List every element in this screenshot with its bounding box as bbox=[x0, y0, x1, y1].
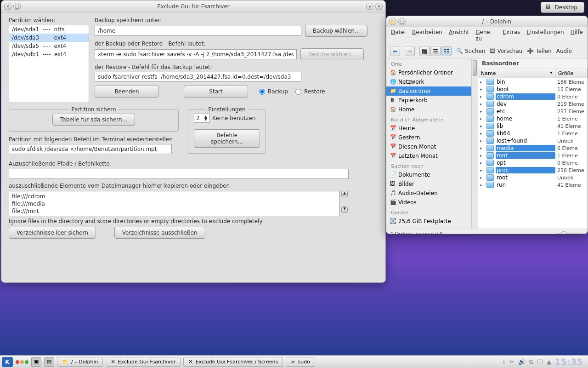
dolphin-pin-icon[interactable]: ◯ bbox=[398, 18, 406, 25]
backup-choose-button[interactable]: Backup wählen... bbox=[305, 25, 368, 37]
places-item[interactable]: 📅Heute bbox=[386, 124, 478, 133]
restore-terminal-input[interactable] bbox=[9, 144, 172, 154]
expand-icon[interactable]: ▸ bbox=[480, 153, 485, 158]
folder-row[interactable]: ▸proc258 Eleme bbox=[478, 167, 588, 174]
folder-row[interactable]: ▸boot15 Eleme bbox=[478, 86, 588, 93]
pin-icon[interactable]: ◯ bbox=[13, 3, 21, 10]
menu-ansicht[interactable]: Ansicht bbox=[449, 29, 469, 42]
share-toolbar-item[interactable]: ➕Teilen bbox=[527, 48, 551, 54]
folder-row[interactable]: ▸etc257 Eleme bbox=[478, 108, 588, 115]
forward-button[interactable]: ➡ bbox=[405, 46, 415, 56]
expand-icon[interactable]: ▸ bbox=[480, 87, 485, 92]
command-input[interactable] bbox=[95, 49, 297, 59]
partition-item[interactable]: /dev/sda1 ---- ntfs bbox=[9, 25, 89, 34]
expand-icon[interactable]: ▸ bbox=[480, 109, 485, 114]
expand-icon[interactable]: ▸ bbox=[480, 146, 485, 150]
search-toolbar-item[interactable]: 🔍Suchen bbox=[456, 48, 485, 54]
window-menu-icon[interactable]: ✕ bbox=[4, 3, 11, 10]
places-item[interactable]: 🏠Home bbox=[386, 105, 478, 114]
places-item[interactable]: 🗑Papierkorb bbox=[386, 96, 478, 105]
bluetooth-icon[interactable]: ᚼ bbox=[502, 358, 506, 365]
places-item[interactable]: 📄Dokumente bbox=[386, 170, 478, 179]
zoom-slider[interactable] bbox=[556, 233, 584, 235]
audio-toolbar-item[interactable]: Audio bbox=[556, 48, 572, 54]
cores-spinbox[interactable]: 2▲▼ bbox=[194, 114, 209, 123]
exclude-list-textarea[interactable]: file:///cdrom file:///media file:///mnt bbox=[9, 191, 339, 216]
terminal-launcher-icon[interactable]: ▣ bbox=[31, 357, 41, 367]
file-tree[interactable]: ▸bin186 Eleme▸boot15 Eleme▸cdrom0 Eleme▸… bbox=[478, 78, 588, 229]
places-item[interactable]: 📁Basisordner bbox=[386, 86, 478, 96]
icons-view-button[interactable]: ▦ bbox=[419, 46, 430, 56]
volume-icon[interactable]: 🔊 bbox=[518, 358, 526, 365]
expand-icon[interactable]: ▸ bbox=[480, 102, 485, 106]
taskbar-task[interactable]: ✕Exclude Gui Fsarchiver / Screens bbox=[183, 357, 283, 367]
folder-row[interactable]: ▸cdrom0 Eleme bbox=[478, 93, 588, 100]
exclude-dirs-button[interactable]: Verzeichnisse ausschließen bbox=[114, 227, 205, 239]
menu-extras[interactable]: Extras bbox=[503, 29, 520, 42]
places-item[interactable]: 🖼Bilder bbox=[386, 179, 478, 189]
places-item[interactable]: 📅Gestern bbox=[386, 133, 478, 142]
expand-icon[interactable]: ▸ bbox=[480, 131, 485, 136]
list-up-button[interactable]: ▲ bbox=[341, 191, 348, 197]
dolphin-titlebar[interactable]: 📁 ◯ / – Dolphin bbox=[386, 16, 588, 27]
column-headers[interactable]: Name▾ Größe bbox=[478, 69, 588, 78]
list-down-button[interactable]: ▼ bbox=[341, 207, 348, 213]
folder-row[interactable]: ▸rootUnbek bbox=[478, 174, 588, 181]
taskbar-task[interactable]: ✕Exclude Gui Fsarchiver bbox=[106, 357, 181, 367]
expand-icon[interactable]: ▸ bbox=[480, 80, 485, 84]
clock[interactable]: 15:35 bbox=[555, 357, 583, 367]
titlebar[interactable]: ✕ ◯ Exclude Gui für Fsarchiver ▾ ✕ bbox=[1, 0, 385, 12]
taskbar-task[interactable]: 📁/ – Dolphin bbox=[57, 357, 103, 367]
partition-item[interactable]: /dev/sda3 ---- ext4 bbox=[9, 34, 89, 42]
menu-einstellungen[interactable]: Einstellungen bbox=[526, 29, 564, 42]
folder-row[interactable]: ▸mnt1 Eleme bbox=[478, 152, 588, 159]
folder-row[interactable]: ▸lost+foundUnbek bbox=[478, 137, 588, 144]
expand-icon[interactable]: ▸ bbox=[480, 161, 485, 165]
expand-icon[interactable]: ▸ bbox=[480, 138, 485, 143]
expand-icon[interactable]: ▸ bbox=[480, 94, 485, 99]
dolphin-menu-icon[interactable]: 📁 bbox=[389, 18, 396, 25]
menu-hilfe[interactable]: Hilfe bbox=[571, 29, 583, 42]
menu-bearbeiten[interactable]: Bearbeiten bbox=[412, 29, 442, 42]
clipboard-icon[interactable]: ✂ bbox=[509, 358, 514, 365]
partition-listbox[interactable]: /dev/sda1 ---- ntfs/dev/sda3 ---- ext4/d… bbox=[9, 25, 89, 103]
expand-icon[interactable]: ▸ bbox=[480, 168, 485, 172]
expand-icon[interactable]: ▸ bbox=[480, 175, 485, 180]
preview-toolbar-item[interactable]: 🖼Vorschau bbox=[490, 48, 522, 54]
expand-icon[interactable]: ▸ bbox=[480, 116, 485, 121]
menu-gehe zu[interactable]: Gehe zu bbox=[475, 29, 496, 42]
table-save-button[interactable]: Tabelle für sda sichern... bbox=[52, 114, 135, 126]
dolphin-menubar[interactable]: DateiBearbeitenAnsichtGehe zuExtrasEinst… bbox=[386, 27, 588, 44]
expand-icon[interactable]: ▸ bbox=[480, 183, 485, 187]
backup-radio[interactable]: Backup bbox=[259, 88, 288, 95]
menu-datei[interactable]: Datei bbox=[391, 29, 406, 42]
updates-icon[interactable]: ▲ bbox=[547, 358, 551, 365]
details-view-button[interactable]: ☷ bbox=[441, 46, 452, 56]
empty-dirs-button[interactable]: Verzeichnisse leer sichern bbox=[9, 227, 96, 239]
places-item[interactable]: 🎵Audio-Dateien bbox=[386, 189, 478, 198]
folder-row[interactable]: ▸media6 Eleme bbox=[478, 144, 588, 152]
desktop-switcher-button[interactable]: Desktop bbox=[541, 2, 585, 13]
partition-item[interactable]: /dev/sda5 ---- ext4 bbox=[9, 42, 89, 50]
restore-radio[interactable]: Restore bbox=[295, 88, 325, 95]
places-item[interactable]: 🏠Persönlicher Ordner bbox=[386, 68, 478, 77]
filemanager-launcher-icon[interactable]: ▤ bbox=[44, 357, 54, 367]
taskbar-task[interactable]: >sudo bbox=[286, 357, 315, 367]
folder-row[interactable]: ▸run41 Eleme bbox=[478, 181, 588, 189]
places-item[interactable]: 📅Letzten Monat bbox=[386, 151, 478, 161]
folder-row[interactable]: ▸dev219 Eleme bbox=[478, 100, 588, 108]
places-item[interactable]: 📅Diesen Monat bbox=[386, 142, 478, 151]
desktop-pager[interactable] bbox=[16, 360, 28, 364]
back-button[interactable]: ⬅ bbox=[390, 46, 400, 56]
close-icon[interactable]: ✕ bbox=[375, 3, 383, 10]
folder-row[interactable]: ▸lib41 Eleme bbox=[478, 122, 588, 130]
start-button[interactable]: Start bbox=[184, 86, 248, 98]
notifications-icon[interactable]: ⓘ bbox=[537, 358, 543, 366]
exclude-path-input[interactable] bbox=[9, 169, 349, 179]
quit-button[interactable]: Beenden bbox=[95, 86, 159, 98]
start-button[interactable]: K bbox=[2, 357, 13, 367]
save-path-input[interactable] bbox=[95, 26, 301, 36]
expand-icon[interactable]: ▸ bbox=[480, 124, 485, 128]
places-item[interactable]: 🎬Videos bbox=[386, 198, 478, 207]
save-commands-button[interactable]: Befehle speichern... bbox=[194, 129, 260, 148]
